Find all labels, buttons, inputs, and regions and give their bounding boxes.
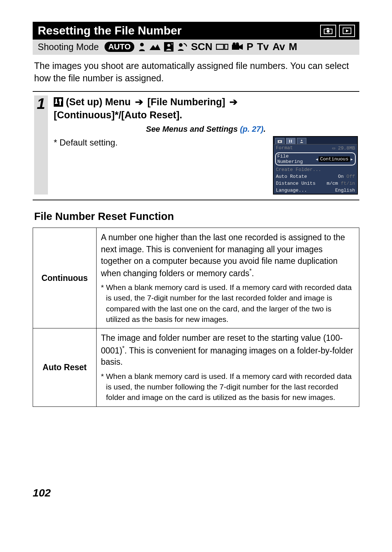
tools-icon bbox=[54, 97, 63, 107]
svg-point-14 bbox=[233, 42, 236, 45]
lcd-row-auto-rotate: Auto RotateOn Off bbox=[274, 173, 357, 180]
lcd-screenshot: Format▭ 29.8MB File Numbering ◀Continuou… bbox=[273, 136, 358, 195]
mode-auto-icon: AUTO bbox=[105, 42, 134, 52]
lcd-tab-tools-icon bbox=[286, 138, 295, 144]
lcd-tab-camera-icon bbox=[275, 138, 285, 144]
row-desc-continuous: A number one higher than the last one re… bbox=[97, 228, 359, 328]
mode-kids-pets-icon bbox=[177, 42, 187, 52]
svg-rect-10 bbox=[216, 44, 224, 49]
svg-rect-24 bbox=[291, 140, 292, 143]
svg-point-9 bbox=[179, 43, 183, 47]
page-title: Resetting the File Number bbox=[38, 24, 182, 37]
mode-portrait-icon bbox=[138, 42, 146, 52]
svg-rect-11 bbox=[225, 44, 228, 49]
mode-m-icon: M bbox=[289, 41, 297, 53]
mode-scn-icon: SCN bbox=[191, 41, 212, 53]
row-desc-autoreset: The image and folder number are reset to… bbox=[97, 328, 359, 406]
step-1: 1 (Set up) Menu ➔ [File Numbering] ➔ [Co… bbox=[33, 91, 359, 201]
svg-rect-23 bbox=[289, 140, 290, 143]
default-setting-note: * Default setting. bbox=[54, 138, 118, 148]
arrow-right-icon: ➔ bbox=[135, 95, 143, 109]
table-row: Continuous A number one higher than the … bbox=[33, 228, 359, 328]
playback-icon bbox=[339, 25, 355, 37]
step-number: 1 bbox=[34, 95, 48, 195]
page-number: 102 bbox=[33, 487, 359, 499]
file-number-table: Continuous A number one higher than the … bbox=[33, 228, 359, 406]
svg-point-22 bbox=[279, 141, 281, 142]
svg-rect-16 bbox=[54, 97, 63, 107]
title-bar: Resetting the File Number bbox=[33, 22, 359, 40]
svg-rect-1 bbox=[327, 28, 329, 29]
mode-landscape-icon bbox=[150, 43, 160, 51]
svg-rect-12 bbox=[232, 45, 239, 50]
lcd-tab-user-icon bbox=[297, 138, 306, 144]
mode-p-icon: P bbox=[246, 41, 253, 53]
svg-rect-17 bbox=[56, 99, 57, 103]
step-heading: (Set up) Menu ➔ [File Numbering] ➔ [Cont… bbox=[54, 95, 358, 122]
arrow-right-icon: ➔ bbox=[229, 95, 238, 109]
mode-night-snapshot-icon bbox=[164, 42, 173, 52]
lcd-row-language: Language...English bbox=[274, 187, 357, 194]
lcd-row-format: Format▭ 29.8MB bbox=[274, 144, 357, 152]
camera-icon bbox=[320, 25, 336, 37]
row-label-autoreset: Auto Reset bbox=[33, 328, 97, 406]
mode-tv-icon: Tv bbox=[257, 41, 269, 53]
shooting-mode-label: Shooting Mode bbox=[38, 42, 99, 52]
svg-rect-20 bbox=[60, 101, 61, 105]
lcd-row-distance-units: Distance Unitsm/cm ft/in bbox=[274, 180, 357, 187]
svg-point-25 bbox=[301, 140, 302, 141]
section-heading: File Number Reset Function bbox=[34, 210, 358, 222]
svg-point-2 bbox=[327, 30, 330, 33]
row-label-continuous: Continuous bbox=[33, 228, 97, 328]
intro-text: The images you shoot are automatically a… bbox=[34, 60, 358, 85]
mode-stitch-icon bbox=[216, 43, 228, 51]
svg-marker-13 bbox=[239, 44, 243, 50]
svg-rect-18 bbox=[55, 103, 58, 104]
table-row: Auto Reset The image and folder number a… bbox=[33, 328, 359, 406]
mode-av-icon: Av bbox=[273, 41, 285, 53]
svg-point-5 bbox=[140, 43, 144, 46]
shooting-mode-icons: AUTO SCN P Tv Av M bbox=[105, 41, 297, 53]
mode-movie-icon bbox=[232, 42, 243, 51]
see-reference: See Menus and Settings (p. 27). bbox=[54, 124, 358, 134]
lcd-row-file-numbering: File Numbering ◀Continuous▶ bbox=[275, 152, 356, 165]
svg-point-8 bbox=[167, 44, 170, 47]
svg-marker-4 bbox=[346, 29, 349, 32]
svg-marker-6 bbox=[150, 44, 160, 50]
svg-point-15 bbox=[236, 42, 239, 45]
lcd-row-create-folder: Create Folder... bbox=[274, 166, 357, 173]
shooting-mode-bar: Shooting Mode AUTO SCN P Tv Av M bbox=[33, 40, 359, 55]
